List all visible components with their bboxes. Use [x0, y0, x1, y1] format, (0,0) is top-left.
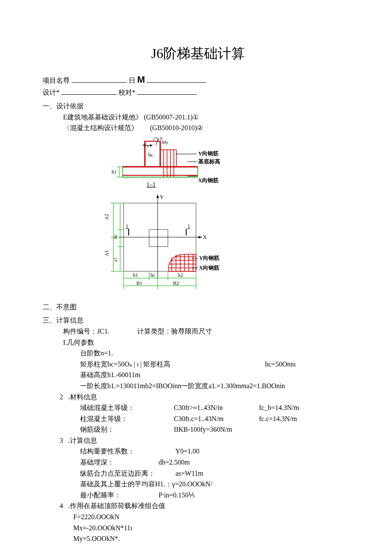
diagram-b2: b2: [178, 272, 183, 278]
date-big-m: M: [137, 74, 145, 85]
p2-r2c1: 柱混凝土等级：: [80, 413, 174, 424]
diagram-one-left: 1: [126, 223, 128, 229]
p2-num: 2: [43, 392, 68, 403]
sec1-line1: E建筑地基基础设计规他》 (GB50007-201.1)①: [43, 112, 354, 123]
p4-heading: .作用在基础顶部荷载标准组合值: [68, 502, 165, 509]
p1-l2: 矩形柱宽bc=50Oₐ | ι | 矩形柱高 hc=50Onnι: [43, 359, 354, 370]
svg-marker-35: [156, 195, 159, 198]
diagram-B1: B1: [136, 280, 142, 286]
diagram-x-rebar-top-label: X向钢筋: [198, 177, 219, 183]
section-3-heading: 三、计算信息: [43, 315, 354, 326]
p2-r2c3: fc.c=14.3N/m: [259, 413, 297, 424]
p3-r1a: 结构重要性系数：: [80, 446, 174, 457]
diagram-y-rebar-label: Y向钢筋: [198, 150, 219, 157]
p2-r3c2: IIKB-100fy=360N/m: [174, 424, 259, 435]
calc-type: 计算类型：验尊限而尺寸: [137, 328, 212, 335]
svg-line-27: [184, 177, 187, 180]
p1-l4: 一阶长度b1.=130011mb2=IBOOinn一阶宽度a1.=1.300mm…: [43, 381, 354, 392]
p2-r3c1: 钢筋级别：: [80, 424, 174, 435]
p2-r2: 柱混凝土等级： C30ft.c=1..43N/m fc.c=14.3N/m: [43, 413, 354, 424]
p3-r2: 基础埋深： dh=2.500m: [43, 457, 354, 468]
p4-l2: Mx=-20.OOOkN*11ι: [43, 523, 354, 534]
diagram-bc-top-label: bc: [148, 152, 153, 158]
diagram-B2: B2: [173, 280, 179, 286]
p2-r1c2: C30ft>≈1..43N/in: [174, 402, 259, 413]
p2-r1c1: 域础混凝土等级：: [80, 402, 174, 413]
svg-line-26: [176, 177, 179, 180]
p4-row: 4.作用在基础顶部荷载标准组合值: [43, 500, 354, 511]
p4-num: 4: [43, 500, 68, 511]
page-title: J6阶梯基础计算: [43, 43, 354, 64]
p3-r5a: 最小配箍率：: [80, 490, 157, 501]
p3-heading: .计算信息: [68, 437, 97, 444]
svg-line-20: [124, 177, 128, 180]
check-blank: [137, 87, 197, 95]
p2-row: 2.材料信息: [43, 392, 354, 403]
svg-line-25: [167, 177, 170, 180]
diagram-hc-left: hc: [112, 234, 118, 239]
p1-l3: 基础高度h1.-60011m: [43, 369, 354, 381]
sec1-line2a: 〈混凝土结构设计规范》: [63, 122, 148, 134]
diagram-A1: A1: [104, 250, 110, 256]
p1-l1: 台阶数n=1.: [43, 348, 354, 359]
header-row-1: 项目名尊 日 M: [43, 72, 354, 87]
p1-l2a: 矩形柱宽bc=50Oₐ | ι | 矩形柱高: [80, 359, 263, 370]
diagram-b1: b1: [133, 272, 138, 278]
diagram-h1-label: h1: [112, 169, 117, 175]
svg-marker-5: [150, 144, 153, 147]
p2-heading: .材料信息: [68, 393, 97, 401]
sec1-line2b: (GB50010-2010)②: [150, 124, 203, 131]
svg-rect-33: [149, 230, 168, 247]
diagram-a1-left: a1: [112, 257, 118, 262]
check-label: 校对*: [118, 89, 135, 96]
p4-l3: My=5.OOOkN*.: [43, 533, 354, 544]
member-id: 构件编号：JC1.: [63, 326, 135, 337]
p3-r2a: 基础埋深：: [80, 457, 157, 468]
p3-r1: 结构重要性系数： Y0=1.00: [43, 446, 354, 457]
date-prefix: 日: [129, 77, 135, 84]
project-blank: [72, 76, 127, 83]
p2-r3: 钢筋级别： IIKB-100fy=360N/m: [43, 424, 354, 435]
sec3-member-row: 构件编号：JC1. 计算类型：验尊限而尺寸: [43, 326, 354, 337]
p3-row: 3.计算信息: [43, 435, 354, 446]
p1-heading: I.几何参数: [43, 337, 354, 348]
p2-r1: 域础混凝土等级： C30ft>≈1..43N/in fc_b=14.3N/m: [43, 402, 354, 413]
diagram-x-axis: X: [203, 234, 207, 240]
svg-line-23: [150, 177, 153, 180]
p3-r5: 最小配箍率： P·in=0.150⅟₅: [43, 490, 354, 501]
p1-l2b: hc=50Onnι: [265, 360, 296, 368]
date-blank: [147, 76, 206, 83]
sec1-line2: 〈混凝土结构设计规范》 (GB50010-2010)②: [43, 122, 354, 134]
svg-line-28: [193, 177, 196, 180]
diagram-base-label: 基底标高: [198, 158, 220, 165]
p3-r2b: dh=2.500m: [159, 459, 190, 466]
p3-r4: 基础及其上覆士的平均容H1.：γ=20.OOOkN/: [43, 479, 354, 490]
diagram-section-11: 1–1: [147, 181, 156, 188]
p3-num: 3: [43, 435, 68, 446]
p2-r1c3: fc_b=14.3N/m: [259, 402, 299, 413]
diagram-x-rebar2: X向钢筋: [199, 264, 219, 271]
svg-marker-37: [199, 236, 202, 238]
p3-r5b: P·in=0.150⅟₅: [159, 491, 195, 499]
diagram-one-right: 1: [187, 223, 190, 229]
p3-r3a: 纵筋合力点至近边距离：: [80, 468, 174, 479]
diagram-A2: A2: [104, 214, 110, 220]
section-1-heading: 一、设计依据: [43, 101, 354, 112]
p3-r1b: Y0=1.00: [175, 447, 199, 455]
p2-r2c2: C30ft.c=1..43N/m: [174, 413, 259, 424]
project-label: 项目名尊: [43, 77, 70, 84]
design-blank: [61, 87, 117, 95]
diagram-y-rebar2: Y向钢筋: [199, 255, 219, 261]
header-row-2: 设计* 校对*: [43, 87, 354, 98]
svg-line-24: [159, 177, 162, 180]
svg-line-21: [133, 177, 136, 180]
diagram-my-label: My: [162, 139, 169, 145]
design-label: 设计*: [43, 89, 60, 96]
p3-r3b: as=W11m: [176, 470, 203, 477]
p3-r3: 纵筋合力点至近边距离： as=W11m: [43, 468, 354, 479]
p4-l1: F=2220.OOOkN: [43, 511, 354, 523]
diagram-y-axis: Y: [160, 194, 164, 200]
diagram-bc-bot: bc: [150, 272, 155, 278]
section-2-heading: 二、不意图: [43, 302, 354, 313]
svg-line-22: [141, 177, 145, 180]
